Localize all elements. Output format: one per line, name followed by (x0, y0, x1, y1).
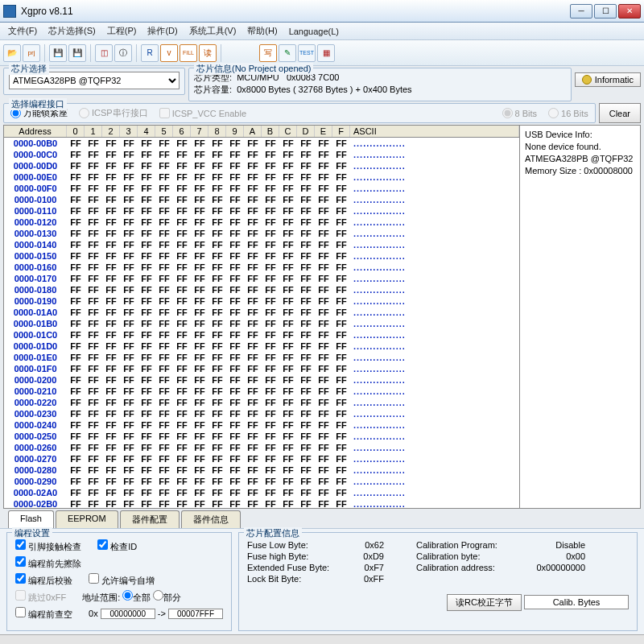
hex-row[interactable]: 0000-0210FFFFFFFFFFFFFFFFFFFFFFFFFFFFFFF… (4, 386, 519, 397)
read-calib-button[interactable]: 读RC校正字节 (447, 594, 522, 611)
hex-row[interactable]: 0000-0220FFFFFFFFFFFFFFFFFFFFFFFFFFFFFFF… (4, 397, 519, 408)
info-icon[interactable]: ⓘ (114, 44, 132, 62)
minimize-button[interactable]: ─ (570, 4, 592, 19)
write-icon[interactable]: 写 (259, 44, 277, 62)
test-icon[interactable]: TEST (298, 44, 316, 62)
menu-language[interactable]: Language(L) (286, 25, 342, 38)
tab-flash[interactable]: Flash (8, 510, 54, 528)
check-autoincr[interactable]: 允许编号自增 (89, 573, 155, 587)
hex-row[interactable]: 0000-01D0FFFFFFFFFFFFFFFFFFFFFFFFFFFFFFF… (4, 341, 519, 352)
chip-info-group: 芯片信息(No Project opened) 芯片类型: MCU/MPU 0x… (188, 68, 572, 101)
menu-project[interactable]: 工程(P) (104, 23, 140, 39)
hex-row[interactable]: 0000-0160FFFFFFFFFFFFFFFFFFFFFFFFFFFFFFF… (4, 262, 519, 273)
hex-row[interactable]: 0000-0290FFFFFFFFFFFFFFFFFFFFFFFFFFFFFFF… (4, 476, 519, 487)
verify-icon[interactable]: v (160, 44, 178, 62)
titlebar: Xgpro v8.11 ─ ☐ ✕ (0, 0, 644, 23)
close-button[interactable]: ✕ (618, 4, 641, 19)
hex-row[interactable]: 0000-00E0FFFFFFFFFFFFFFFFFFFFFFFFFFFFFFF… (4, 171, 519, 183)
app-icon (3, 5, 16, 18)
hex-row[interactable]: 0000-0100FFFFFFFFFFFFFFFFFFFFFFFFFFFFFFF… (4, 194, 519, 205)
hex-body[interactable]: 0000-00B0FFFFFFFFFFFFFFFFFFFFFFFFFFFFFFF… (4, 138, 519, 508)
check-verify[interactable]: 编程后校验 (15, 573, 72, 587)
hex-row[interactable]: 0000-0110FFFFFFFFFFFFFFFFFFFFFFFFFFFFFFF… (4, 205, 519, 217)
check-erase[interactable]: 编程前先擦除 (15, 556, 81, 570)
horizontal-scrollbar[interactable] (0, 634, 644, 644)
chip-select-legend: 芯片选择 (9, 63, 49, 75)
hex-header: Address 0123456789ABCDEF ASCII (4, 126, 519, 138)
hex-row[interactable]: 0000-01E0FFFFFFFFFFFFFFFFFFFFFFFFFFFFFFF… (4, 352, 519, 363)
window-title: Xgpro v8.11 (21, 6, 570, 17)
chip-info-legend: 芯片信息(No Project opened) (194, 63, 313, 75)
hex-row[interactable]: 0000-0120FFFFFFFFFFFFFFFFFFFFFFFFFFFFFFF… (4, 217, 519, 228)
hex-editor[interactable]: Address 0123456789ABCDEF ASCII 0000-00B0… (3, 125, 520, 509)
hex-row[interactable]: 0000-0250FFFFFFFFFFFFFFFFFFFFFFFFFFFFFFF… (4, 431, 519, 442)
hex-row[interactable]: 0000-0260FFFFFFFFFFFFFFFFFFFFFFFFFFFFFFF… (4, 442, 519, 453)
tab-info[interactable]: 器件信息 (181, 510, 241, 528)
hex-row[interactable]: 0000-0130FFFFFFFFFFFFFFFFFFFFFFFFFFFFFFF… (4, 228, 519, 239)
hex-row[interactable]: 0000-01B0FFFFFFFFFFFFFFFFFFFFFFFFFFFFFFF… (4, 318, 519, 329)
menu-file[interactable]: 文件(F) (5, 23, 40, 39)
fill-icon[interactable]: FILL (180, 44, 197, 62)
interface-group: 选择编程接口 万能锁紧座 ICSP串行接口 ICSP_VCC Enable 8 … (3, 103, 596, 123)
check-icsp-vcc: ICSP_VCC Enable (159, 108, 246, 118)
check-blank[interactable]: 编程前查空 (15, 607, 72, 621)
menubar: 文件(F) 芯片选择(S) 工程(P) 操作(D) 系统工具(V) 帮助(H) … (0, 23, 644, 40)
program-settings-group: 编程设置 引脚接触检查 检查ID 编程前先擦除 编程后校验 允许编号自增 跳过0… (6, 532, 232, 631)
device-info-panel: USB Device Info: None device found. ATME… (520, 125, 641, 509)
radio-icsp: ICSP串行接口 (79, 107, 148, 119)
hex-row[interactable]: 0000-0200FFFFFFFFFFFFFFFFFFFFFFFFFFFFFFF… (4, 374, 519, 386)
check-skipff: 跳过0xFF (15, 590, 66, 604)
info-bulb-icon (582, 75, 592, 85)
hex-row[interactable]: 0000-0280FFFFFFFFFFFFFFFFFFFFFFFFFFFFFFF… (4, 464, 519, 476)
hex-row[interactable]: 0000-0190FFFFFFFFFFFFFFFFFFFFFFFFFFFFFFF… (4, 295, 519, 307)
save-icon[interactable]: 💾 (49, 44, 67, 62)
calib-box: Calib. Bytes (524, 595, 629, 609)
hex-row[interactable]: 0000-0180FFFFFFFFFFFFFFFFFFFFFFFFFFFFFFF… (4, 284, 519, 295)
hex-row[interactable]: 0000-0240FFFFFFFFFFFFFFFFFFFFFFFFFFFFFFF… (4, 419, 519, 431)
tab-config[interactable]: 器件配置 (120, 510, 180, 528)
menu-tools[interactable]: 系统工具(V) (186, 23, 240, 39)
hex-row[interactable]: 0000-02A0FFFFFFFFFFFFFFFFFFFFFFFFFFFFFFF… (4, 487, 519, 498)
hex-row[interactable]: 0000-00F0FFFFFFFFFFFFFFFFFFFFFFFFFFFFFFF… (4, 183, 519, 194)
radio-all[interactable]: 全部 (122, 592, 151, 602)
save2-icon[interactable]: 💾 (68, 44, 86, 62)
addr-to[interactable] (168, 609, 223, 619)
toolbar: 📂 prj 💾 💾 ◫ ⓘ R v FILL 读 写 ✎ TEST ▦ (0, 40, 644, 66)
information-button[interactable]: Informatic (575, 72, 641, 87)
chip-select-group: 芯片选择 ATMEGA328PB @TQFP32 (3, 68, 185, 95)
addr-from[interactable] (101, 609, 155, 619)
hex-row[interactable]: 0000-01C0FFFFFFFFFFFFFFFFFFFFFFFFFFFFFFF… (4, 329, 519, 341)
hex-row[interactable]: 0000-00B0FFFFFFFFFFFFFFFFFFFFFFFFFFFFFFF… (4, 138, 519, 149)
hex-row[interactable]: 0000-01F0FFFFFFFFFFFFFFFFFFFFFFFFFFFFFFF… (4, 363, 519, 374)
check-pin[interactable]: 引脚接触检查 (15, 539, 81, 553)
prj-icon[interactable]: prj (23, 44, 40, 62)
open-icon[interactable]: 📂 (3, 44, 21, 62)
menu-chip[interactable]: 芯片选择(S) (45, 23, 99, 39)
hex-row[interactable]: 0000-0230FFFFFFFFFFFFFFFFFFFFFFFFFFFFFFF… (4, 408, 519, 419)
maximize-button[interactable]: ☐ (594, 4, 617, 19)
radio-16bits: 16 Bits (548, 108, 588, 118)
hex-row[interactable]: 0000-0140FFFFFFFFFFFFFFFFFFFFFFFFFFFFFFF… (4, 239, 519, 250)
hex-row[interactable]: 0000-0270FFFFFFFFFFFFFFFFFFFFFFFFFFFFFFF… (4, 453, 519, 464)
menu-help[interactable]: 帮助(H) (244, 23, 280, 39)
check-icon[interactable]: ✎ (279, 44, 296, 62)
tab-eeprom[interactable]: EEPROM (56, 510, 118, 528)
clear-button[interactable]: Clear (599, 103, 641, 123)
hex-row[interactable]: 0000-0170FFFFFFFFFFFFFFFFFFFFFFFFFFFFFFF… (4, 273, 519, 284)
hex-row[interactable]: 0000-00D0FFFFFFFFFFFFFFFFFFFFFFFFFFFFFFF… (4, 160, 519, 171)
read-icon[interactable]: R (141, 44, 159, 62)
chip-config-group: 芯片配置信息 Fuse Low Byte:0x62 Fuse high Byte… (238, 532, 638, 631)
check-id[interactable]: 检查ID (97, 539, 137, 553)
hex-row[interactable]: 0000-01A0FFFFFFFFFFFFFFFFFFFFFFFFFFFFFFF… (4, 307, 519, 318)
hex-row[interactable]: 0000-02B0FFFFFFFFFFFFFFFFFFFFFFFFFFFFFFF… (4, 498, 519, 508)
hex-row[interactable]: 0000-00C0FFFFFFFFFFFFFFFFFFFFFFFFFFFFFFF… (4, 149, 519, 160)
tabs: Flash EEPROM 器件配置 器件信息 (0, 510, 644, 528)
radio-8bits: 8 Bits (502, 108, 538, 118)
hex-icon[interactable]: 读 (199, 44, 217, 62)
chip-icon[interactable]: ◫ (95, 44, 113, 62)
menu-operate[interactable]: 操作(D) (144, 23, 180, 39)
radio-part[interactable]: 部分 (153, 592, 181, 602)
interface-legend: 选择编程接口 (9, 98, 67, 110)
hex-row[interactable]: 0000-0150FFFFFFFFFFFFFFFFFFFFFFFFFFFFFFF… (4, 250, 519, 262)
erase-icon[interactable]: ▦ (317, 44, 335, 62)
